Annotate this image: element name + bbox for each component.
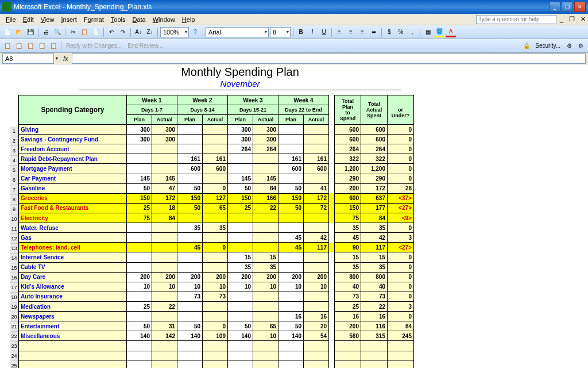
plan-cell[interactable]: 25: [228, 203, 253, 213]
plan-cell[interactable]: 50: [278, 321, 304, 331]
plan-cell[interactable]: [228, 223, 253, 233]
plan-cell[interactable]: 10: [127, 282, 152, 292]
plan-cell[interactable]: 25: [127, 301, 152, 311]
plan-cell[interactable]: [127, 262, 152, 272]
plan-cell[interactable]: 200: [228, 272, 253, 282]
align-center-icon[interactable]: ≡: [346, 27, 356, 37]
security-button[interactable]: Security...: [533, 43, 563, 49]
review-icon-1[interactable]: 📋: [2, 41, 13, 51]
actual-cell[interactable]: 200: [152, 272, 177, 282]
plan-cell[interactable]: [127, 252, 152, 262]
over-under-cell[interactable]: 0: [388, 135, 414, 144]
security-icon[interactable]: 🔒: [521, 41, 532, 51]
minimize-button[interactable]: _: [549, 2, 560, 12]
actual-cell[interactable]: [253, 341, 278, 351]
preview-icon[interactable]: 🔍: [52, 27, 63, 37]
plan-cell[interactable]: [278, 341, 304, 351]
total-actual-cell[interactable]: 40: [361, 282, 388, 292]
undo-icon[interactable]: ↶: [106, 27, 117, 37]
row-header[interactable]: 4: [10, 156, 18, 166]
plan-cell[interactable]: 300: [228, 135, 253, 144]
actual-cell[interactable]: 65: [203, 203, 228, 213]
actual-cell[interactable]: 166: [253, 193, 278, 203]
total-plan-cell[interactable]: 600: [335, 125, 361, 135]
total-actual-cell[interactable]: 264: [361, 144, 388, 154]
category-cell[interactable]: Medication: [19, 301, 127, 311]
plan-cell[interactable]: 600: [278, 164, 304, 174]
over-under-cell[interactable]: 0: [388, 144, 414, 154]
plan-cell[interactable]: 73: [177, 292, 203, 301]
plan-cell[interactable]: 50: [228, 183, 253, 193]
table-row[interactable]: [19, 361, 414, 368]
actual-cell[interactable]: 42: [304, 233, 329, 243]
row-header[interactable]: 19: [10, 302, 18, 312]
over-under-cell[interactable]: 0: [388, 174, 414, 183]
category-cell[interactable]: Day Care: [19, 272, 127, 282]
plan-cell[interactable]: [278, 174, 304, 183]
plan-cell[interactable]: [127, 292, 152, 301]
actual-cell[interactable]: [152, 144, 177, 154]
total-plan-cell[interactable]: 600: [335, 193, 361, 203]
font-combo[interactable]: Arial: [206, 27, 269, 37]
plan-cell[interactable]: [177, 341, 203, 351]
actual-cell[interactable]: [253, 213, 278, 223]
actual-cell[interactable]: [253, 154, 278, 164]
actual-cell[interactable]: [304, 223, 329, 233]
over-under-cell[interactable]: <27>: [388, 203, 414, 213]
category-cell[interactable]: Groceries: [19, 193, 127, 203]
over-under-cell[interactable]: 3: [388, 301, 414, 311]
plan-cell[interactable]: [278, 292, 304, 301]
plan-cell[interactable]: 161: [177, 154, 203, 164]
plan-cell[interactable]: [278, 144, 304, 154]
row-header[interactable]: 5: [10, 166, 18, 175]
percent-icon[interactable]: %: [396, 27, 406, 37]
actual-cell[interactable]: 200: [304, 272, 329, 282]
actual-cell[interactable]: [253, 351, 278, 361]
actual-cell[interactable]: 22: [152, 301, 177, 311]
actual-cell[interactable]: [203, 233, 228, 243]
actual-cell[interactable]: [253, 243, 278, 252]
category-cell[interactable]: [19, 361, 127, 368]
plan-cell[interactable]: [278, 301, 304, 311]
actual-cell[interactable]: 145: [253, 174, 278, 183]
row-header[interactable]: 18: [10, 293, 18, 302]
over-under-cell[interactable]: 0: [388, 292, 414, 301]
over-under-cell[interactable]: 3: [388, 233, 414, 243]
row-header[interactable]: 15: [10, 263, 18, 273]
actual-cell[interactable]: [304, 135, 329, 144]
category-cell[interactable]: Freedom Account: [19, 144, 127, 154]
close-button[interactable]: ✕: [574, 2, 586, 12]
actual-cell[interactable]: [152, 262, 177, 272]
total-plan-cell[interactable]: 560: [335, 331, 361, 341]
total-plan-cell[interactable]: 15: [335, 252, 361, 262]
total-actual-cell[interactable]: 117: [361, 243, 388, 252]
help-search-input[interactable]: [476, 15, 556, 24]
plan-cell[interactable]: [127, 233, 152, 243]
category-cell[interactable]: [19, 351, 127, 361]
plan-cell[interactable]: [228, 301, 253, 311]
total-plan-cell[interactable]: 16: [335, 312, 361, 321]
over-under-cell[interactable]: 84: [388, 321, 414, 331]
table-row[interactable]: Water, Refuse353535350: [19, 223, 414, 233]
category-cell[interactable]: Electricity: [19, 213, 127, 223]
underline-button[interactable]: U: [319, 27, 329, 37]
align-left-icon[interactable]: ≡: [334, 27, 345, 37]
actual-cell[interactable]: [152, 292, 177, 301]
over-under-cell[interactable]: 0: [388, 312, 414, 321]
plan-cell[interactable]: [177, 233, 203, 243]
plan-cell[interactable]: [177, 213, 203, 223]
row-header[interactable]: 24: [10, 351, 18, 361]
plan-cell[interactable]: [127, 351, 152, 361]
over-under-cell[interactable]: <37>: [388, 193, 414, 203]
edit-menu[interactable]: Edit: [20, 15, 37, 24]
category-cell[interactable]: Rapid Debt-Repayment Plan: [19, 154, 127, 164]
table-row[interactable]: Day Care2002002002002002002002008008000: [19, 272, 414, 282]
total-actual-cell[interactable]: 600: [361, 125, 388, 135]
actual-cell[interactable]: 10: [152, 282, 177, 292]
plan-cell[interactable]: [127, 144, 152, 154]
macro-icon[interactable]: ⚙: [564, 41, 574, 51]
actual-cell[interactable]: 73: [203, 292, 228, 301]
plan-cell[interactable]: 150: [228, 193, 253, 203]
table-row[interactable]: Kid's Allowance101010101010101040400: [19, 282, 414, 292]
italic-button[interactable]: I: [307, 27, 318, 37]
